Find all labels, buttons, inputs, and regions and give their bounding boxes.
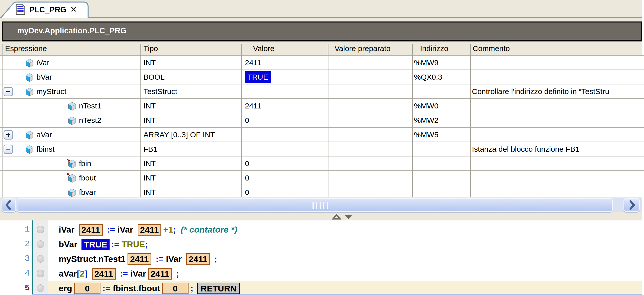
table-row-fbinst[interactable]: −fbinstFB1Istanza del blocco funzione FB… — [0, 142, 644, 156]
value-cell[interactable]: 0 — [245, 185, 326, 197]
code-token — [118, 269, 120, 279]
code-line-2[interactable]: 2bVar TRUE:= TRUE; — [0, 237, 644, 252]
prepared-value-cell[interactable] — [331, 99, 410, 113]
column-header-valore[interactable]: Valore — [253, 42, 275, 55]
expression-cell[interactable]: bVar — [3, 70, 140, 84]
collapse-button[interactable]: − — [4, 87, 13, 96]
code-line-4[interactable]: 4aVar[2] 2411 := iVar2411 ; — [0, 266, 644, 281]
column-header-indirizzo[interactable]: Indirizzo — [420, 42, 448, 55]
collapse-button[interactable]: − — [4, 145, 13, 154]
column-separator[interactable] — [412, 44, 413, 197]
comment-cell — [472, 185, 642, 197]
table-row-fbin[interactable]: fbinINT0 — [0, 156, 644, 171]
chevron-left-icon — [2, 199, 15, 211]
code-token: . — [96, 254, 98, 264]
value-cell[interactable] — [245, 84, 326, 98]
inline-true-box: TRUE — [81, 239, 110, 250]
breakpoint-circle[interactable] — [37, 255, 44, 263]
breakpoint-circle[interactable] — [37, 226, 44, 233]
expression-cell[interactable]: −myStruct — [3, 84, 140, 98]
prepared-value-cell[interactable] — [331, 156, 410, 170]
code-token: 2 — [80, 269, 85, 279]
value-cell[interactable]: 2411 — [245, 99, 326, 113]
prepared-value-cell[interactable] — [331, 128, 410, 142]
type-cell: INT — [143, 185, 240, 197]
table-row-bVar[interactable]: bVarBOOLTRUE%QX0.3 — [0, 70, 644, 84]
scroll-right-button[interactable] — [624, 198, 640, 212]
table-row-fbvar[interactable]: fbvarINT0 — [0, 185, 644, 197]
expression-cell[interactable]: fbout — [3, 171, 140, 185]
table-row-nTest2[interactable]: nTest2INT0%MW2 — [0, 113, 644, 128]
code-token: iVar — [59, 225, 77, 235]
column-separator[interactable] — [241, 44, 242, 197]
line-number: 1 — [0, 222, 30, 237]
value-cell[interactable] — [245, 128, 326, 142]
value-cell[interactable]: 0 — [245, 171, 326, 185]
true-value-badge: TRUE — [245, 71, 271, 83]
address-cell: %MW5 — [414, 128, 468, 142]
code-token: fbinst — [110, 283, 136, 293]
expression-cell[interactable]: nTest1 — [3, 99, 140, 113]
inline-value-box: 2411 — [128, 253, 151, 265]
code-line-1[interactable]: 1iVar 2411 := iVar 2411+1; (* contatore … — [0, 222, 644, 237]
table-row-fbout[interactable]: fboutINT0 — [0, 171, 644, 185]
code-token: iVar — [163, 254, 184, 264]
code-tokens: myStruct.nTest12411 := iVar 2411 ; — [59, 251, 217, 267]
table-row-iVar[interactable]: iVarINT2411%MW9 — [0, 56, 644, 70]
comment-cell — [472, 171, 642, 185]
breakpoint-circle[interactable] — [37, 284, 44, 292]
prepared-value-cell[interactable] — [331, 70, 410, 84]
column-header-commento[interactable]: Commento — [473, 42, 510, 55]
value-cell[interactable]: 0 — [245, 156, 326, 170]
value-cell[interactable]: TRUE — [245, 70, 326, 84]
table-row-myStruct[interactable]: −myStructTestStructControllare l'indiriz… — [0, 84, 644, 99]
tab-close-icon[interactable]: ✕ — [70, 3, 77, 17]
prepared-value-cell[interactable] — [331, 142, 410, 156]
code-token: iVar — [128, 269, 146, 279]
code-line-3[interactable]: 3myStruct.nTest12411 := iVar 2411 ; — [0, 251, 644, 267]
value-cell[interactable]: 2411 — [245, 56, 326, 70]
splitter-collapse-icon[interactable] — [333, 215, 340, 219]
expression-cell[interactable]: −fbinst — [3, 142, 140, 156]
column-separator[interactable] — [140, 44, 141, 197]
scroll-left-button[interactable] — [2, 198, 16, 212]
scrollbar-thumb[interactable] — [17, 198, 613, 212]
prepared-value-cell[interactable] — [331, 185, 410, 197]
variable-icon — [24, 130, 34, 140]
value-cell[interactable]: 0 — [245, 113, 326, 127]
type-cell: TestStruct — [143, 84, 240, 98]
table-row-nTest1[interactable]: nTest1INT2411%MW0 — [0, 99, 644, 113]
expand-button[interactable]: + — [4, 130, 13, 140]
code-token: fbout — [139, 283, 160, 293]
table-row-aVar[interactable]: +aVarARRAY [0..3] OF INT%MW5 — [0, 128, 644, 142]
prepared-value-cell[interactable] — [331, 56, 410, 70]
address-cell: %MW2 — [414, 113, 468, 127]
prepared-value-cell[interactable] — [331, 171, 410, 185]
pane-splitter[interactable] — [0, 213, 642, 220]
breakpoint-circle[interactable] — [37, 240, 44, 248]
type-cell: BOOL — [143, 70, 240, 84]
splitter-expand-icon[interactable] — [345, 215, 352, 219]
column-separator[interactable] — [328, 44, 328, 197]
breakpoint-circle[interactable] — [37, 270, 44, 277]
column-header-tipo[interactable]: Tipo — [143, 42, 158, 55]
column-header-espressione[interactable]: Espressione — [5, 42, 47, 55]
input-variable-icon — [67, 158, 76, 169]
expression-cell[interactable]: +aVar — [3, 128, 140, 142]
inline-value-box: 0 — [162, 283, 189, 294]
value-cell[interactable] — [245, 142, 326, 156]
code-line-5[interactable]: 5erg 0 := fbinst.fbout 0 ;RETURN — [0, 281, 644, 295]
type-cell: INT — [143, 113, 240, 127]
column-header-valore-preparato[interactable]: Valore preparato — [335, 42, 390, 55]
expression-cell[interactable]: iVar — [3, 56, 140, 70]
column-separator[interactable] — [470, 44, 471, 197]
code-tokens: aVar[2] 2411 := iVar2411 ; — [59, 266, 179, 281]
code-token: := — [156, 254, 163, 264]
code-editor[interactable]: 1iVar 2411 := iVar 2411+1; (* contatore … — [0, 220, 644, 295]
expression-cell[interactable]: fbin — [3, 156, 140, 170]
tabbar-underline — [0, 17, 642, 18]
expression-cell[interactable]: fbvar — [3, 185, 140, 197]
expression-cell[interactable]: nTest2 — [3, 113, 140, 127]
prepared-value-cell[interactable] — [331, 113, 410, 127]
prepared-value-cell[interactable] — [331, 84, 410, 98]
